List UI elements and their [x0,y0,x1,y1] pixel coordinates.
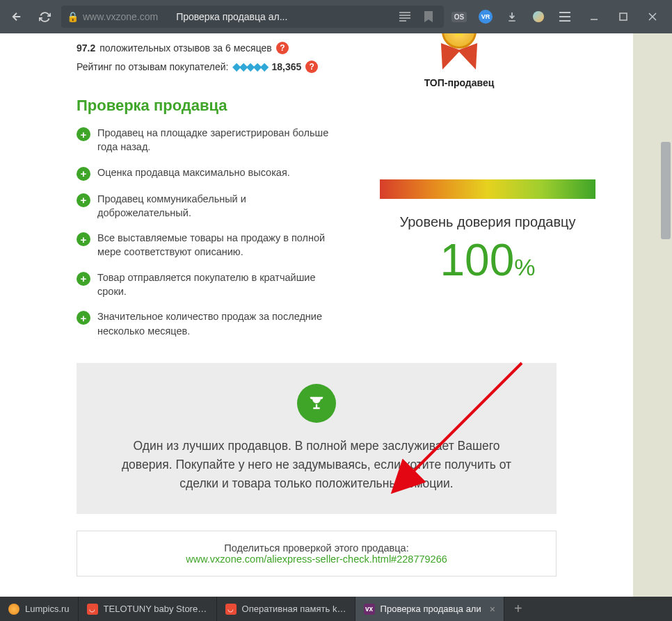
close-tab-icon[interactable]: × [490,604,495,615]
diamond-icon: ◆◆◆◆◆ [232,60,267,73]
plus-icon: + [77,127,90,141]
tab-strip: Lumpics.ru ◡ TELOTUNY baby Store - Sm ◡ … [0,597,672,621]
top-seller-badge: ⭐ ТОП-продавец [403,33,515,88]
plus-icon: + [77,311,90,325]
trust-percent-sign: % [514,254,535,280]
lock-icon: 🔒 [67,11,79,22]
share-box: Поделиться проверкой этого продавца: www… [77,531,557,576]
share-label: Поделиться проверкой этого продавца: [88,542,545,554]
plus-icon: + [77,272,90,286]
maximize-button[interactable] [609,6,637,28]
trust-panel: Уровень доверия продавцу 100% [380,179,595,286]
reload-button[interactable] [33,6,56,28]
close-window-button[interactable] [639,6,666,28]
svg-rect-5 [559,16,570,17]
address-bar[interactable]: 🔒 www.vxzone.com Проверка продавца ал... [61,6,444,28]
svg-rect-6 [559,20,570,22]
ext-dot-icon[interactable] [529,7,548,26]
favicon: ◡ [87,604,98,615]
ext-os-icon[interactable]: OS [449,7,469,26]
scrollbar-thumb[interactable] [661,142,671,239]
favicon: ◡ [225,604,237,615]
minimize-button[interactable] [580,6,608,28]
trust-label: Уровень доверия продавцу [380,214,595,230]
check-item-text: Товар отправляется покупателю в кратчайш… [97,271,334,299]
tab-telotuny[interactable]: ◡ TELOTUNY baby Store - Sm [79,597,217,621]
trophy-icon [297,384,336,423]
tab-label: Проверка продавца али [381,604,481,614]
back-button[interactable] [6,6,28,28]
scrollbar[interactable] [659,33,672,597]
plus-icon: + [77,167,90,181]
top-seller-label: ТОП-продавец [403,77,515,88]
buyer-rating-label: Рейтинг по отзывам покупателей: [77,61,228,72]
svg-rect-3 [399,20,406,22]
buyer-rating-score: 18,365 [271,61,301,72]
check-item-text: Продавец коммуникабельный и доброжелател… [97,192,334,220]
svg-rect-8 [620,13,627,20]
help-icon[interactable]: ? [276,42,289,54]
downloads-icon[interactable] [502,7,522,26]
tab-ram[interactable]: ◡ Оперативная память kings [217,597,355,621]
trust-value: 100 [440,235,514,285]
help-icon[interactable]: ? [305,61,318,73]
bookmark-icon[interactable] [419,7,438,26]
check-item-text: Значительное количество продаж за послед… [97,309,334,338]
tab-label: Lumpics.ru [25,604,70,614]
svg-rect-2 [399,17,410,19]
svg-rect-0 [399,12,410,13]
section-title: Проверка продавца [0,76,633,126]
check-item-text: Продавец на площадке зарегистрирован бол… [97,126,334,154]
tab-label: TELOTUNY baby Store - Sm [104,604,208,614]
share-link[interactable]: www.vxzone.com/aliexpress-seller-check.h… [88,554,545,565]
verdict-text: Один из лучших продавцов. В полной мере … [111,437,522,493]
reader-icon[interactable] [395,7,415,26]
svg-rect-4 [559,12,570,13]
page-content: ⭐ ТОП-продавец 97.2 положительных отзыво… [0,33,633,597]
tab-vxzone[interactable]: vx Проверка продавца али × [355,597,504,621]
verdict-box: Один из лучших продавцов. В полной мере … [77,363,557,514]
tab-lumpics[interactable]: Lumpics.ru [0,597,79,621]
check-list: +Продавец на площадке зарегистрирован бо… [0,126,334,349]
trust-gradient-bar [380,179,595,199]
ext-vr-icon[interactable]: VR [476,7,495,26]
favicon [8,604,19,615]
new-tab-button[interactable]: + [504,597,532,621]
positive-label: положительных отзывов за 6 месяцев [99,42,272,54]
tab-label: Оперативная память kings [242,604,346,614]
favicon: vx [364,604,375,615]
plus-icon: + [77,232,90,246]
positive-percent: 97.2 [77,42,95,54]
page-title-chrome: Проверка продавца ал... [176,11,287,22]
url-text: www.vxzone.com [83,11,158,22]
plus-icon: + [77,193,90,207]
svg-rect-1 [399,15,410,16]
menu-icon[interactable] [555,7,575,26]
check-item-text: Все выставляемые товары на продажу в пол… [97,231,334,259]
check-item-text: Оценка продавца максимально высокая. [97,166,290,179]
